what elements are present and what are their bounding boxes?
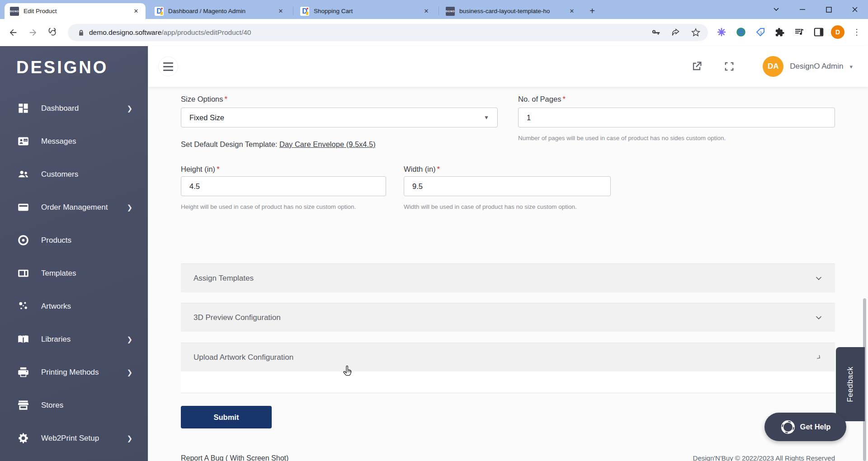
address-bar[interactable]: demo.designo.software/app/products/editP… — [68, 24, 708, 41]
globe-extension-icon[interactable] — [734, 25, 748, 39]
minimize-window-icon[interactable] — [789, 0, 816, 19]
accordion-upload-artwork-configuration[interactable]: Upload Artwork Configuration — [181, 343, 835, 372]
forward-icon[interactable] — [25, 25, 41, 40]
get-help-button[interactable]: Get Help — [764, 413, 846, 441]
tab-magento-dashboard[interactable]: D Dashboard / Magento Admin ✕ — [149, 3, 290, 19]
designnbuy-favicon-icon: D — [300, 7, 309, 16]
lock-icon — [78, 29, 85, 36]
artworks-icon — [17, 300, 29, 312]
svg-text::): :) — [759, 30, 762, 34]
tag-extension-icon[interactable]: :) — [753, 25, 768, 39]
fullscreen-icon[interactable] — [723, 60, 736, 73]
share-icon[interactable] — [671, 28, 681, 38]
tab-close-icon[interactable]: ✕ — [422, 7, 430, 15]
default-template-link[interactable]: Day Care Envelope (9.5x4.5) — [279, 140, 376, 148]
tab-search-chevron-icon[interactable] — [763, 0, 789, 19]
chevron-right-icon: ❯ — [127, 203, 132, 212]
browser-menu-icon[interactable]: ⋮ — [849, 25, 864, 39]
hamburger-menu-icon[interactable] — [158, 56, 178, 76]
pages-label: No. of Pages* — [518, 95, 566, 103]
size-options-label: Size Options* — [181, 95, 227, 103]
sidebar-item-dashboard[interactable]: Dashboard ❯ — [0, 92, 148, 125]
gear-icon — [17, 432, 29, 444]
sidebar-item-templates[interactable]: Templates — [0, 257, 148, 290]
bookmark-star-icon[interactable] — [691, 28, 701, 38]
chevron-right-icon: ❯ — [127, 335, 132, 343]
close-window-icon[interactable] — [842, 0, 868, 19]
required-asterisk: * — [437, 165, 440, 173]
tab-close-icon[interactable]: ✕ — [132, 7, 140, 15]
user-menu-chevron-icon[interactable]: ▾ — [849, 63, 853, 70]
maximize-window-icon[interactable] — [816, 0, 842, 19]
edit-product-form: Size Options* Fixed Size ▼ No. of Pages*… — [148, 87, 868, 461]
password-key-icon[interactable] — [651, 28, 661, 38]
back-icon[interactable] — [5, 25, 21, 40]
window-controls — [763, 0, 868, 19]
playlist-extension-icon[interactable] — [792, 25, 807, 39]
app-header: DA DesignO Admin ▾ — [148, 46, 868, 87]
new-tab-button[interactable]: + — [586, 5, 599, 17]
chevron-right-icon: ❯ — [127, 434, 132, 442]
pages-input[interactable] — [518, 108, 835, 127]
tab-close-icon[interactable]: ✕ — [277, 7, 285, 15]
mouse-cursor-hand — [342, 365, 354, 379]
products-icon — [17, 234, 29, 246]
required-asterisk: * — [562, 95, 565, 103]
accordion-assign-templates[interactable]: Assign Templates — [181, 263, 835, 292]
libraries-icon — [17, 333, 29, 345]
browser-profile-avatar[interactable]: D — [831, 25, 844, 39]
tab-edit-product[interactable]: DGNO Edit Product ✕ — [5, 3, 146, 19]
app-window: DESIGNO Dashboard ❯ Messages Customers O… — [0, 46, 868, 461]
height-input[interactable] — [181, 176, 386, 196]
tab-title: business-card-layout-template-ho — [459, 8, 568, 14]
customers-icon — [17, 168, 29, 180]
tab-title: Edit Product — [24, 8, 132, 14]
reload-icon[interactable] — [45, 25, 61, 40]
height-helper-text: Height will be used in case of product h… — [181, 202, 375, 212]
sidebar-item-products[interactable]: Products — [0, 224, 148, 257]
dashboard-icon — [17, 102, 29, 114]
sidebar-item-stores[interactable]: Stores — [0, 389, 148, 422]
extensions-puzzle-icon[interactable] — [773, 25, 787, 39]
stores-icon — [17, 399, 29, 411]
report-bug-link[interactable]: Report A Bug ( With Screen Shot) — [181, 454, 288, 461]
accordion-3d-preview-configuration[interactable]: 3D Preview Configuration — [181, 303, 835, 332]
starburst-extension-icon[interactable] — [714, 25, 729, 39]
sidebar-nav: Dashboard ❯ Messages Customers Order Man… — [0, 92, 148, 461]
tab-title: Dashboard / Magento Admin — [168, 8, 277, 14]
tab-title: Shopping Cart — [314, 8, 422, 14]
pages-helper-text: Number of pages will be used in case of … — [518, 134, 835, 143]
open-in-new-icon[interactable] — [690, 60, 703, 73]
browser-tabstrip: DGNO Edit Product ✕ D Dashboard / Magent… — [0, 0, 868, 19]
sidebar-item-artworks[interactable]: Artworks — [0, 290, 148, 323]
size-options-select[interactable]: Fixed Size ▼ — [181, 108, 498, 127]
feedback-tab[interactable]: Feedback — [836, 347, 865, 421]
tab-separator — [293, 6, 293, 15]
main-panel: DA DesignO Admin ▾ Size Options* Fixed S… — [148, 46, 868, 461]
chevron-right-icon: ❯ — [127, 368, 132, 376]
sidebar-item-printing-methods[interactable]: Printing Methods ❯ — [0, 356, 148, 389]
sidebar-item-web2print-setup[interactable]: Web2Print Setup ❯ — [0, 422, 148, 455]
designnbuy-favicon-icon: D — [155, 7, 164, 16]
side-panel-icon[interactable] — [811, 25, 826, 39]
sidebar-item-messages[interactable]: Messages — [0, 125, 148, 158]
chevron-right-icon: ❯ — [127, 104, 132, 113]
browser-toolbar: demo.designo.software/app/products/editP… — [0, 19, 868, 46]
url-text[interactable]: demo.designo.software/app/products/editP… — [89, 28, 251, 37]
sidebar-item-user-log[interactable]: User Log — [0, 455, 148, 461]
width-label: Width (in)* — [404, 165, 440, 174]
tab-shopping-cart[interactable]: D Shopping Cart ✕ — [295, 3, 436, 19]
tab-business-card-template[interactable]: DGNO business-card-layout-template-ho ✕ — [440, 3, 581, 19]
sidebar: DESIGNO Dashboard ❯ Messages Customers O… — [0, 46, 148, 461]
tab-close-icon[interactable]: ✕ — [568, 7, 576, 15]
width-input[interactable] — [404, 176, 611, 196]
chevron-rotating-icon — [814, 352, 824, 362]
width-helper-text: Width will be used in case of product ha… — [404, 202, 598, 212]
submit-button[interactable]: Submit — [181, 406, 272, 428]
dgno-favicon-icon: DGNO — [10, 7, 19, 16]
sidebar-item-customers[interactable]: Customers — [0, 158, 148, 191]
sidebar-item-order-management[interactable]: Order Management ❯ — [0, 191, 148, 224]
user-avatar[interactable]: DA — [763, 56, 783, 77]
printing-methods-icon — [17, 366, 29, 378]
sidebar-item-libraries[interactable]: Libraries ❯ — [0, 323, 148, 356]
